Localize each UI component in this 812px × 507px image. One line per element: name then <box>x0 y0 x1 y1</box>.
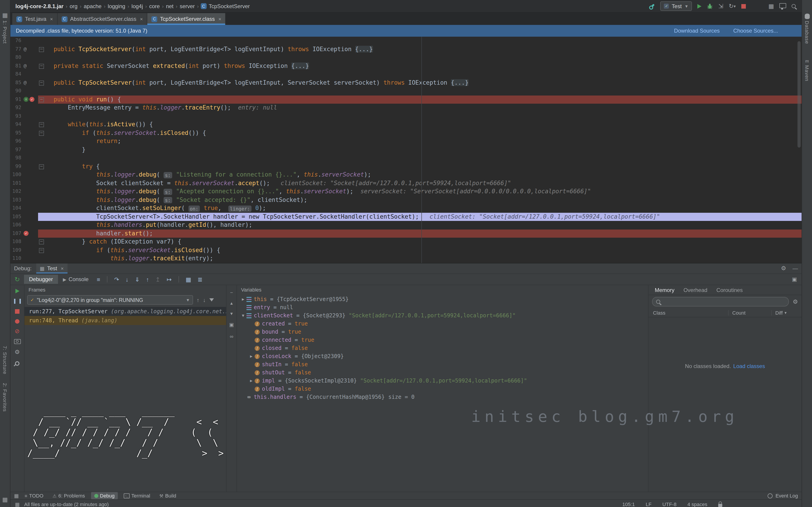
move-up-button[interactable]: ▲ <box>230 301 234 305</box>
line-number[interactable]: 110 <box>10 255 22 263</box>
coverage-button[interactable]: ⇲ <box>718 3 723 9</box>
gutter-icons[interactable]: @ <box>22 62 38 70</box>
gutter-icons[interactable] <box>22 221 38 229</box>
variable-row[interactable]: ▼clientSocket = {Socket@2293} "Socket[ad… <box>237 312 648 320</box>
lock-icon[interactable] <box>718 504 722 507</box>
line-number[interactable]: 97 <box>10 146 22 154</box>
line-number[interactable]: 84 <box>10 70 22 78</box>
sidebar-item-structure[interactable]: 7: Structure <box>0 346 10 374</box>
variable-row[interactable]: ▶fcloseLock = {Object@2309} <box>237 352 648 360</box>
line-number[interactable]: 96 <box>10 137 22 146</box>
force-step-into-button[interactable]: ⇓ <box>135 276 140 283</box>
tree-chevron-icon[interactable]: ▶ <box>249 352 254 360</box>
sidebar-item-project[interactable]: ▦ 1: Project <box>0 12 10 44</box>
code-line[interactable]: 98 <box>10 154 802 162</box>
frame-row[interactable]: run:748, Thread (java.lang) <box>24 316 226 325</box>
line-number[interactable]: 81 <box>10 62 22 70</box>
tool-tab-build[interactable]: ⚒Build <box>156 492 180 499</box>
code-line-body[interactable] <box>38 53 802 62</box>
gutter-icons[interactable]: @ <box>22 45 38 53</box>
code-line[interactable]: 90 <box>10 87 802 95</box>
gutter-icons[interactable] <box>22 154 38 162</box>
gutter-icons[interactable]: ↑✓ <box>22 95 38 104</box>
run-to-cursor-button[interactable]: ↦ <box>167 276 172 283</box>
code-line[interactable]: 101 Socket clientSocket = this.serverSoc… <box>10 179 802 187</box>
line-number[interactable]: 98 <box>10 154 22 162</box>
line-number[interactable]: 91 <box>10 95 22 104</box>
fold-icon[interactable]: – <box>39 64 44 69</box>
pause-button[interactable] <box>14 299 20 304</box>
restore-layout-icon[interactable]: ▣ <box>792 276 797 282</box>
fold-icon[interactable]: – <box>39 239 44 244</box>
gutter-icons[interactable] <box>22 179 38 187</box>
resume-button[interactable] <box>15 289 19 293</box>
layout-settings-icon[interactable]: ≡ <box>97 276 100 283</box>
overrides-icon[interactable]: ↑ <box>23 97 29 102</box>
run-button[interactable] <box>698 4 702 8</box>
code-line[interactable]: 77@– public TcpSocketServer(int port, Lo… <box>10 45 802 53</box>
code-line[interactable]: 92 EntryMessage entry = this.logger.trac… <box>10 104 802 112</box>
variable-row[interactable]: fshutOut = false <box>237 369 648 377</box>
variable-row[interactable]: foldImpl = false <box>237 385 648 393</box>
code-line[interactable]: 94– while(this.isActive()) { <box>10 120 802 129</box>
debug-session-tab[interactable]: ▦ Test × <box>36 264 67 273</box>
hide-icon[interactable]: — <box>793 265 798 272</box>
debug-button[interactable] <box>707 3 713 9</box>
indent-style[interactable]: 4 spaces <box>688 502 707 507</box>
line-number[interactable]: 93 <box>10 112 22 120</box>
gutter-icons[interactable] <box>22 129 38 137</box>
tool-tab-problems[interactable]: ⚠6: Problems <box>49 492 88 499</box>
stop-process-button[interactable] <box>15 309 19 314</box>
code-line-body[interactable]: – while(this.isActive()) { <box>38 120 802 129</box>
sidebar-item-maven[interactable]: m Maven <box>802 58 812 81</box>
gutter-icons[interactable]: ✓ <box>22 229 38 238</box>
code-line[interactable]: 85@– public TcpSocketServer(int port, Lo… <box>10 78 802 87</box>
code-line-body[interactable]: handler.start(); <box>38 229 802 238</box>
code-line-body[interactable]: this.logger.debug( s: "Acepted connectio… <box>38 187 802 196</box>
line-number[interactable]: 95 <box>10 129 22 137</box>
code-line-body[interactable]: EntryMessage entry = this.logger.traceEn… <box>38 104 802 112</box>
variable-row[interactable]: entry = null <box>237 303 648 312</box>
editor[interactable]: 7677@– public TcpSocketServer(int port, … <box>10 37 802 263</box>
code-line[interactable]: 106 this.handlers.put(handler.getId(), h… <box>10 221 802 229</box>
code-line-body[interactable]: this.handlers.put(handler.getId(), handl… <box>38 221 802 229</box>
column-diff[interactable]: Diff▾ <box>771 310 802 315</box>
breadcrumb-item[interactable]: org <box>69 3 78 9</box>
gutter-icons[interactable] <box>22 238 38 246</box>
load-classes-link[interactable]: Load classes <box>733 363 765 369</box>
breadcrumb-item[interactable]: log4j-core-2.8.1.jar <box>15 3 64 9</box>
close-icon[interactable]: × <box>218 16 221 22</box>
code-line[interactable]: 99– try { <box>10 162 802 171</box>
show-watches-icon[interactable]: ∞ <box>230 334 233 339</box>
code-line[interactable]: 102 this.logger.debug( s: "Acepted conne… <box>10 187 802 196</box>
tool-tab-terminal[interactable]: ›_Terminal <box>120 492 153 499</box>
breadcrumb-item[interactable]: TcpSocketServer <box>208 3 250 9</box>
layout-grid-icon[interactable]: ▦ <box>768 3 774 9</box>
event-log-button[interactable]: Event Log <box>768 493 798 498</box>
evaluate-expression-button[interactable]: ▦ <box>186 276 191 283</box>
code-line-body[interactable] <box>38 87 802 95</box>
code-line[interactable]: 93 <box>10 112 802 120</box>
caret-position[interactable]: 105:1 <box>622 502 635 507</box>
fold-icon[interactable]: – <box>39 164 44 169</box>
gutter-icons[interactable] <box>22 70 38 78</box>
tab-console[interactable]: ▶Console <box>58 275 93 284</box>
tool-window-switcher-icon[interactable]: ▦ <box>0 496 10 503</box>
code-line-body[interactable]: return; <box>38 137 802 146</box>
breakpoint-icon[interactable]: ✓ <box>23 231 29 236</box>
line-number[interactable]: 101 <box>10 179 22 187</box>
step-over-button[interactable]: ↷ <box>114 276 119 283</box>
view-options-button[interactable]: ≣ <box>198 276 203 283</box>
code-line[interactable]: 100 this.logger.debug( s: "Listening for… <box>10 171 802 179</box>
sidebar-item-database[interactable]: Database <box>802 13 812 44</box>
mute-breakpoints-button[interactable]: ⊘ <box>15 329 20 334</box>
gutter-icons[interactable] <box>22 255 38 263</box>
breadcrumb-item[interactable]: core <box>149 3 160 9</box>
gutter-icons[interactable] <box>22 171 38 179</box>
view-breakpoints-button[interactable] <box>15 319 19 324</box>
tab-coroutines[interactable]: Coroutines <box>716 287 743 293</box>
add-watch-button[interactable]: − <box>230 290 233 295</box>
step-out-button[interactable]: ↑ <box>146 276 149 283</box>
close-icon[interactable]: × <box>61 266 64 271</box>
line-number[interactable]: 108 <box>10 238 22 246</box>
